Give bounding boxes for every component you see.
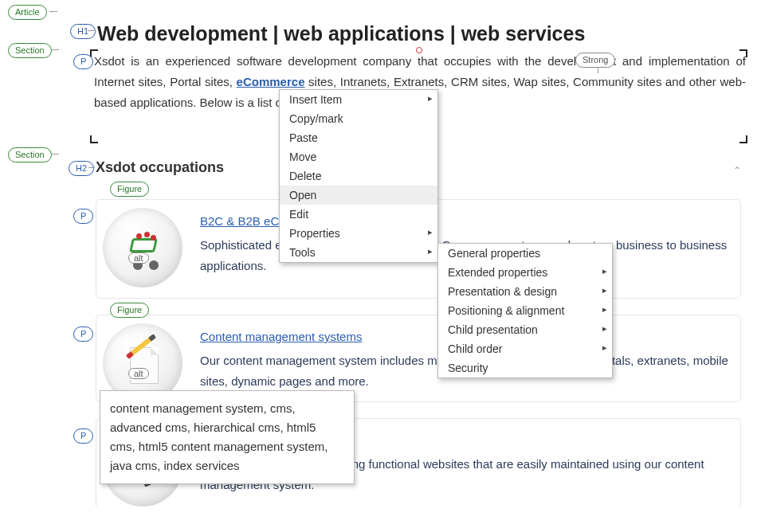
alt-badge[interactable]: alt: [128, 252, 149, 264]
collapse-icon[interactable]: ⌃: [733, 165, 741, 176]
menu-insert-item[interactable]: Insert Item: [280, 90, 437, 109]
submenu-security[interactable]: Security: [438, 358, 612, 377]
section-tag-2: Section: [8, 147, 52, 162]
connector: [88, 30, 94, 31]
context-menu: Insert Item Copy/mark Paste Move Delete …: [279, 89, 438, 263]
menu-move[interactable]: Move: [280, 147, 437, 166]
menu-paste[interactable]: Paste: [280, 128, 437, 147]
context-submenu-properties: General properties Extended properties P…: [437, 243, 613, 378]
section-tag-1: Section: [8, 43, 52, 58]
selection-corner: [90, 135, 98, 143]
submenu-general[interactable]: General properties: [438, 244, 612, 263]
p-tag-4: P: [73, 428, 93, 444]
submenu-positioning[interactable]: Positioning & alignment: [438, 301, 612, 320]
cart-dot: [151, 235, 156, 241]
menu-tools[interactable]: Tools: [280, 243, 437, 262]
submenu-child-presentation[interactable]: Child presentation: [438, 320, 612, 339]
menu-delete[interactable]: Delete: [280, 166, 437, 186]
p-tag-3: P: [73, 327, 93, 342]
figure-tag-1: Figure: [110, 182, 149, 197]
article-tag: Article: [8, 5, 47, 20]
p-tag-2: P: [73, 209, 93, 224]
submenu-presentation[interactable]: Presentation & design: [438, 282, 612, 301]
submenu-extended[interactable]: Extended properties: [438, 263, 612, 282]
cart-dot: [136, 233, 142, 239]
menu-properties[interactable]: Properties: [280, 224, 437, 243]
occupation-card: alt Content management systems Our conte…: [96, 315, 741, 402]
strong-tag: Strong: [575, 53, 615, 68]
page-title: Web development | web applications | web…: [97, 22, 585, 45]
cart-wheel: [149, 260, 159, 270]
p-tag-1: P: [73, 54, 93, 69]
connector: [51, 154, 59, 155]
ecommerce-link[interactable]: eCommerce: [237, 75, 305, 88]
section-heading: Xsdot occupations: [96, 159, 224, 176]
alt-tooltip: content management system, cms, advanced…: [100, 390, 355, 484]
menu-open[interactable]: Open: [280, 186, 437, 205]
h1-tag: H1: [70, 24, 96, 39]
alt-badge[interactable]: alt: [128, 368, 149, 379]
card-title-link[interactable]: Content management systems: [200, 330, 362, 343]
connector: [49, 11, 57, 12]
cart-dot: [144, 232, 150, 237]
connector: [88, 167, 95, 168]
card-thumb: [103, 208, 182, 288]
intro-text: Xsdot is an experienced software develop…: [94, 54, 491, 68]
connector: [51, 49, 59, 50]
selection-corner: [739, 135, 747, 143]
h2-tag: H2: [69, 161, 94, 176]
menu-edit[interactable]: Edit: [280, 205, 437, 224]
menu-copy[interactable]: Copy/mark: [280, 109, 437, 128]
submenu-child-order[interactable]: Child order: [438, 339, 612, 358]
figure-tag-2: Figure: [110, 303, 149, 318]
